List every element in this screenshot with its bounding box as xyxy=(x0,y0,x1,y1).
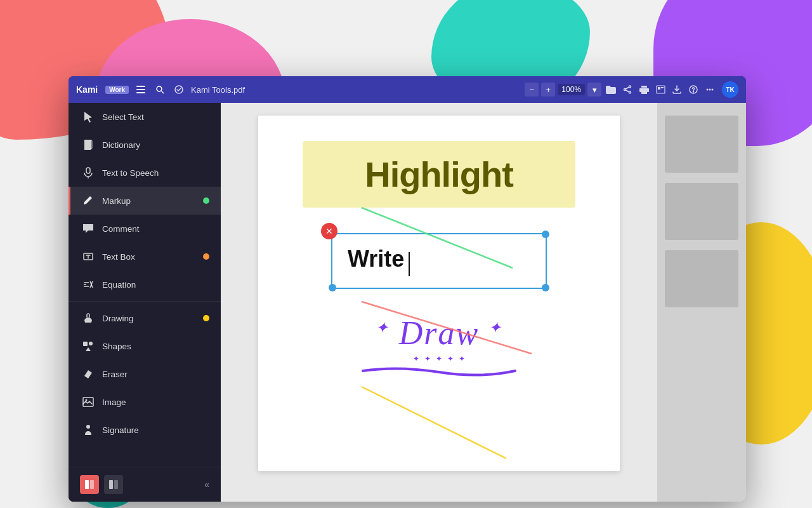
svg-point-16 xyxy=(707,89,709,91)
svg-line-10 xyxy=(626,87,629,89)
draw-dots: ✦ ✦ ✦ ✦ ✦ xyxy=(413,354,465,363)
sidebar-item-text-box[interactable]: Text Box xyxy=(69,243,221,271)
search-button[interactable] xyxy=(153,83,167,97)
mic-icon xyxy=(82,166,95,179)
help-icon xyxy=(689,85,698,94)
panel2-icon xyxy=(108,479,119,490)
folder-icon xyxy=(606,86,616,94)
svg-rect-26 xyxy=(83,342,88,346)
sidebar-item-text-to-speech[interactable]: Text to Speech xyxy=(69,159,221,187)
work-badge: Work xyxy=(105,86,129,94)
textbox-close-button[interactable]: ✕ xyxy=(321,223,337,239)
svg-point-27 xyxy=(89,342,93,345)
eraser-icon xyxy=(82,368,95,380)
print-icon xyxy=(639,85,649,94)
svg-rect-32 xyxy=(85,480,89,489)
svg-point-17 xyxy=(709,89,711,91)
handle-bottom-left[interactable] xyxy=(329,284,336,291)
sidebar-item-comment[interactable]: Comment xyxy=(69,215,221,243)
titlebar-controls: − + 100% ▾ xyxy=(525,81,738,98)
avatar: TK xyxy=(722,81,738,98)
thumbnail-2[interactable] xyxy=(665,183,738,240)
sidebar-bottom-controls: « xyxy=(69,467,221,502)
sidebar-item-signature[interactable]: Signature xyxy=(69,416,221,444)
verified-button[interactable] xyxy=(172,83,186,97)
textbox-icon xyxy=(82,250,95,263)
svg-point-6 xyxy=(629,86,631,88)
sidebar-item-image[interactable]: Image xyxy=(69,388,221,416)
highlight-box: Highlight xyxy=(303,141,575,208)
menu-button[interactable] xyxy=(703,83,717,97)
svg-point-7 xyxy=(624,89,626,91)
svg-rect-34 xyxy=(109,480,113,489)
help-button[interactable] xyxy=(686,83,700,97)
draw-container: ✦ Draw ✦ ✦ ✦ ✦ ✦ ✦ xyxy=(312,314,566,377)
sidebar-divider xyxy=(69,301,221,302)
sidebar-label-equation: Equation xyxy=(102,280,136,290)
menu-icon xyxy=(705,85,714,94)
shapes-icon xyxy=(82,340,95,352)
text-cursor xyxy=(409,252,410,276)
sparkle-right: ✦ xyxy=(488,319,502,335)
sidebar-label-drawing: Drawing xyxy=(102,314,134,323)
sidebar-label-text-to-speech: Text to Speech xyxy=(102,168,159,178)
sidebar-item-shapes[interactable]: Shapes xyxy=(69,332,221,360)
print-button[interactable] xyxy=(637,83,651,97)
sidebar-item-dictionary[interactable]: Dictionary xyxy=(69,131,221,159)
markup-pen-icon xyxy=(82,194,95,207)
sidebar-label-image: Image xyxy=(102,398,126,407)
close-icon: ✕ xyxy=(325,226,333,236)
collapse-sidebar-button[interactable]: « xyxy=(204,479,209,490)
thumbnail-panel xyxy=(657,103,746,502)
textbox-editor[interactable]: Write xyxy=(331,233,547,289)
share-icon xyxy=(623,85,632,94)
sidebar-label-text-box: Text Box xyxy=(102,252,135,262)
search-icon xyxy=(155,85,164,94)
handle-top-right[interactable] xyxy=(542,231,549,238)
share-button[interactable] xyxy=(620,83,634,97)
sidebar-label-markup: Markup xyxy=(102,196,131,206)
draw-text-content: Draw xyxy=(399,315,479,351)
svg-rect-13 xyxy=(661,87,664,88)
sidebar-label-eraser: Eraser xyxy=(102,370,128,379)
draw-underline-svg xyxy=(357,364,521,377)
textbox-content: Write xyxy=(348,246,404,272)
app-layout: Select Text Dictionary xyxy=(69,103,746,502)
sidebar-toggle-button[interactable] xyxy=(134,83,148,97)
panel-toggle-2[interactable] xyxy=(104,475,123,494)
pdf-page: Highlight ✕ Write xyxy=(258,116,620,471)
sidebar: Select Text Dictionary xyxy=(69,103,221,502)
zoom-in-button[interactable]: + xyxy=(541,83,555,97)
sidebar-item-markup[interactable]: Markup xyxy=(69,187,221,215)
zoom-out-button[interactable]: − xyxy=(525,83,539,97)
sidebar-item-drawing[interactable]: Drawing xyxy=(69,304,221,332)
thumbnail-3[interactable] xyxy=(665,250,738,307)
pdf-area: Highlight ✕ Write xyxy=(221,103,657,502)
sidebar-item-eraser[interactable]: Eraser xyxy=(69,360,221,388)
handle-bottom-right[interactable] xyxy=(542,284,549,291)
sparkle-left: ✦ xyxy=(376,319,390,335)
folder-button[interactable] xyxy=(604,83,618,97)
thumbnail-1[interactable] xyxy=(665,116,738,173)
download-icon xyxy=(672,85,681,94)
svg-rect-2 xyxy=(136,92,145,93)
comment-icon xyxy=(82,222,95,235)
markup-active-dot xyxy=(203,197,209,204)
signature-icon xyxy=(82,424,95,436)
annotate-button[interactable] xyxy=(653,83,667,97)
textbox-wrapper: ✕ Write xyxy=(331,233,547,289)
download-button[interactable] xyxy=(670,83,684,97)
drawing-icon xyxy=(82,312,95,324)
zoom-dropdown-button[interactable]: ▾ xyxy=(587,83,601,97)
drawing-active-dot xyxy=(203,315,209,321)
svg-rect-11 xyxy=(657,86,665,93)
svg-line-9 xyxy=(626,90,629,92)
equation-icon xyxy=(82,278,95,291)
panel-toggle-1[interactable] xyxy=(80,475,99,494)
sidebar-item-equation[interactable]: Equation xyxy=(69,271,221,298)
zoom-value: 100% xyxy=(558,84,585,95)
svg-line-4 xyxy=(162,91,164,94)
image-icon xyxy=(82,396,95,408)
sidebar-item-select-text[interactable]: Select Text xyxy=(69,103,221,131)
svg-point-18 xyxy=(712,89,714,91)
